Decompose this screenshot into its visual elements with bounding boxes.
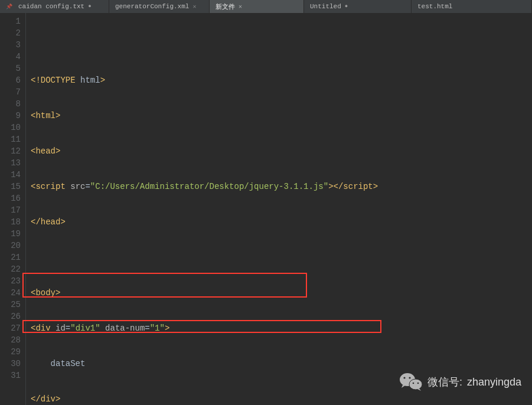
code-line: <script src="C:/Users/Administrator/Desk… <box>31 181 378 192</box>
code-area[interactable]: <!DOCTYPE html> <html> <head> <script sr… <box>26 13 378 405</box>
editor: 1 2 3 4 5 6 7 8 9 10 11 12 13 14 15 16 1… <box>0 13 532 405</box>
tab-label: generatorConfig.xml <box>115 3 189 10</box>
line-number-gutter: 1 2 3 4 5 6 7 8 9 10 11 12 13 14 15 16 1… <box>0 13 26 405</box>
code-line: </head> <box>31 216 378 228</box>
tab-modified-icon: ● <box>345 4 348 9</box>
line-number: 28 <box>0 334 21 346</box>
line-number: 8 <box>0 98 21 110</box>
tab-label: Untitled <box>310 3 341 10</box>
code-line: <div id="div1" data-num="1"> <box>31 322 378 334</box>
close-icon[interactable]: ✕ <box>192 3 196 10</box>
line-number: 13 <box>0 157 21 169</box>
line-number: 2 <box>0 27 21 39</box>
line-number: 31 <box>0 370 21 381</box>
watermark-id: zhanyingda <box>467 376 521 388</box>
line-number: 3 <box>0 39 21 51</box>
line-number: 22 <box>0 263 21 275</box>
line-number: 7 <box>0 86 21 98</box>
line-number: 9 <box>0 110 21 122</box>
tab-4[interactable]: Untitled● <box>304 0 412 13</box>
tab-1[interactable]: caidan config.txt● <box>0 0 109 13</box>
wechat-icon <box>399 372 423 392</box>
tab-bar: caidan config.txt● generatorConfig.xml✕ … <box>0 0 532 13</box>
line-number: 1 <box>0 15 21 27</box>
line-number: 20 <box>0 240 21 252</box>
code-line: </div> <box>31 393 378 405</box>
code-line: <body> <box>31 287 378 299</box>
code-line: <html> <box>31 110 378 122</box>
code-line: <head> <box>31 145 378 157</box>
svg-point-1 <box>409 379 422 390</box>
line-number: 5 <box>0 63 21 74</box>
line-number: 23 <box>0 275 21 287</box>
line-number: 18 <box>0 216 21 228</box>
line-number: 15 <box>0 181 21 192</box>
line-number: 17 <box>0 204 21 216</box>
line-number: 19 <box>0 228 21 240</box>
svg-point-5 <box>417 383 419 384</box>
wechat-watermark: 微信号: zhanyingda <box>399 372 521 392</box>
tab-label: caidan config.txt <box>18 3 84 10</box>
line-number: 14 <box>0 169 21 181</box>
line-number: 12 <box>0 145 21 157</box>
line-number: 30 <box>0 358 21 370</box>
line-number: 24 <box>0 287 21 299</box>
line-number: 11 <box>0 133 21 145</box>
svg-point-4 <box>413 383 414 384</box>
code-line: <!DOCTYPE html> <box>31 74 378 86</box>
line-number: 16 <box>0 192 21 204</box>
line-number: 10 <box>0 122 21 133</box>
tab-label: test.html <box>417 3 452 10</box>
line-number: 25 <box>0 299 21 311</box>
close-icon[interactable]: ✕ <box>239 3 242 10</box>
line-number: 4 <box>0 51 21 63</box>
line-number: 21 <box>0 252 21 263</box>
line-number: 6 <box>0 74 21 86</box>
watermark-label: 微信号: <box>427 375 462 389</box>
tab-modified-icon: ● <box>88 4 91 9</box>
code-line <box>31 252 378 263</box>
tab-label: 新文件 <box>216 2 235 11</box>
svg-point-2 <box>403 377 405 378</box>
line-number: 27 <box>0 322 21 334</box>
tab-3[interactable]: 新文件✕ <box>210 0 304 13</box>
code-line: dataSet <box>31 358 378 370</box>
tab-5[interactable]: test.html <box>412 0 532 13</box>
tab-2[interactable]: generatorConfig.xml✕ <box>109 0 210 13</box>
svg-point-3 <box>409 377 410 378</box>
line-number: 29 <box>0 346 21 358</box>
line-number: 26 <box>0 311 21 322</box>
